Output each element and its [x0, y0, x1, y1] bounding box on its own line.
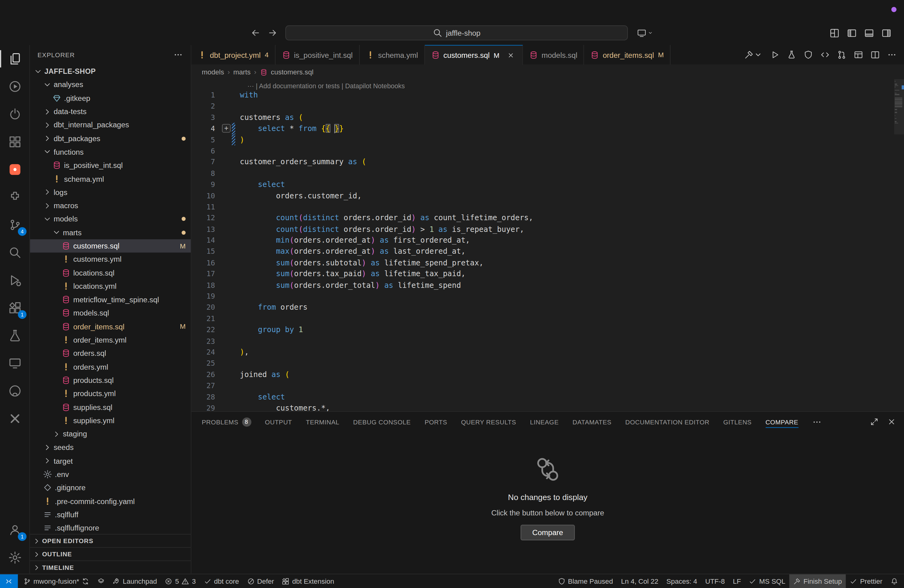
chevron-right-icon[interactable] [43, 107, 52, 116]
tree-item-locations-sql[interactable]: locations.sql [30, 266, 191, 280]
code-line-22[interactable]: 22 group by 1 [191, 324, 904, 335]
tree-item-sqlfluff[interactable]: .sqlfluff [30, 508, 191, 521]
command-center-search[interactable]: jaffle-shop [285, 25, 628, 41]
screencast-control[interactable] [637, 28, 653, 38]
activity-extensions[interactable]: 1 [0, 294, 30, 322]
maximize-panel-icon[interactable] [870, 417, 879, 426]
chevron-right-icon[interactable] [43, 201, 52, 210]
tree-item-orders-yml[interactable]: orders.yml [30, 360, 191, 374]
tree-item-functions[interactable]: functions [30, 145, 191, 159]
chevron-right-icon[interactable] [52, 429, 61, 439]
code-line-7[interactable]: 7 customer_orders_summary as ( [191, 156, 904, 168]
tree-item-order-items-yml[interactable]: order_items.yml [30, 334, 191, 347]
chevron-right-icon[interactable] [43, 456, 52, 466]
chevron-down-icon[interactable] [52, 228, 61, 237]
chevron-down-icon[interactable] [33, 67, 43, 76]
code-line-20[interactable]: 20 from orders [191, 302, 904, 313]
code-line-3[interactable]: 3 customers as ( [191, 112, 904, 123]
status-indentation[interactable]: Spaces: 4 [662, 574, 701, 588]
tree-item-supplies-sql[interactable]: supplies.sql [30, 400, 191, 414]
activity-source-control[interactable]: 4 [0, 211, 30, 239]
tree-item-locations-yml[interactable]: locations.yml [30, 280, 191, 293]
code-line-4[interactable]: 4 + select * from {{ }} [191, 123, 904, 134]
navigate-forward-icon[interactable] [268, 28, 277, 38]
activity-components[interactable] [0, 128, 30, 156]
tree-item-marts[interactable]: marts [30, 226, 191, 239]
close-icon[interactable] [506, 50, 516, 60]
status-git-branch[interactable]: mwong-fusion* [19, 574, 93, 588]
tree-item-schema-yml[interactable]: schema.yml [30, 172, 191, 185]
customize-layout-icon[interactable] [830, 28, 839, 38]
activity-settings[interactable] [0, 544, 30, 571]
tree-item-dbt-packages[interactable]: dbt_packages [30, 132, 191, 145]
activity-search[interactable] [0, 239, 30, 266]
code-line-6[interactable]: 6 [191, 145, 904, 156]
panel-tab-query-results[interactable]: QUERY RESULTS [461, 412, 516, 432]
tree-item-models[interactable]: models [30, 212, 191, 226]
code-line-14[interactable]: 14 min(orders.ordered_at) as first_order… [191, 235, 904, 246]
panel-tab-documentation-editor[interactable]: DOCUMENTATION EDITOR [626, 412, 710, 432]
code-line-11[interactable]: 11 [191, 201, 904, 212]
tree-item-jaffle-shop[interactable]: JAFFLE-SHOP [30, 65, 191, 78]
code-line-17[interactable]: 17 sum(orders.tax_paid) as lifetime_tax_… [191, 268, 904, 279]
code-line-18[interactable]: 18 sum(orders.order_total) as lifetime_s… [191, 280, 904, 291]
tree-item-pre-commit-config-yaml[interactable]: .pre-commit-config.yaml [30, 495, 191, 508]
tree-item-dbt-internal-packages[interactable]: dbt_internal_packages [30, 119, 191, 132]
breadcrumb-item-marts[interactable]: marts [233, 68, 251, 76]
chevron-right-icon[interactable] [43, 120, 52, 130]
code-line-9[interactable]: 9 select [191, 179, 904, 190]
activity-github[interactable] [0, 377, 30, 405]
tab-is-positive-int-sql[interactable]: is_positive_int.sql [275, 45, 360, 65]
code-line-15[interactable]: 15 max(orders.ordered_at) as last_ordere… [191, 246, 904, 257]
tree-item-seeds[interactable]: seeds [30, 441, 191, 454]
activity-run-sessions[interactable] [0, 73, 30, 100]
tree-item-gitignore[interactable]: .gitignore [30, 481, 191, 495]
tree-item-macros[interactable]: macros [30, 199, 191, 212]
code-line-28[interactable]: 28 select [191, 391, 904, 402]
codelens-actions[interactable]: ··· | Add documentation or tests | Datap… [247, 79, 904, 90]
code-line-10[interactable]: 10 orders.customer_id, [191, 190, 904, 201]
run-file-button[interactable] [770, 50, 779, 59]
tree-item-env[interactable]: .env [30, 468, 191, 481]
chevron-down-icon[interactable] [43, 147, 52, 156]
tab-customers-sql[interactable]: customers.sql M [425, 45, 523, 65]
chevron-right-icon[interactable] [43, 134, 52, 143]
status-language-mode[interactable]: MS SQL [745, 574, 789, 588]
dbt-build-button[interactable] [744, 50, 763, 59]
toggle-panel-icon[interactable] [864, 28, 874, 38]
run-tests-button[interactable] [787, 50, 796, 59]
activity-run-and-debug[interactable] [0, 266, 30, 294]
chevron-right-icon[interactable] [43, 443, 52, 452]
tab-models-sql[interactable]: models.sql [523, 45, 584, 65]
status-dbt-extension[interactable]: dbt Extension [278, 574, 338, 588]
status-defer[interactable]: Defer [243, 574, 278, 588]
code-line-24[interactable]: 24 ), [191, 346, 904, 358]
code-line-5[interactable]: 5 ) [191, 134, 904, 145]
activity-accounts[interactable]: 1 [0, 516, 30, 544]
status-problems[interactable]: 53 [161, 574, 200, 588]
tree-item-gitkeep[interactable]: .gitkeep [30, 91, 191, 105]
panel-tab-lineage[interactable]: LINEAGE [530, 412, 559, 432]
status-notifications[interactable] [887, 574, 902, 588]
chevron-down-icon[interactable] [43, 80, 52, 90]
add-block-button[interactable]: + [222, 124, 231, 133]
tree-item-order-items-sql[interactable]: order_items.sql M [30, 320, 191, 334]
toggle-secondary-sidebar-icon[interactable] [882, 28, 891, 38]
activity-remote-explorer[interactable] [0, 349, 30, 377]
status-prettier[interactable]: Prettier [846, 574, 887, 588]
panel-tab-datamates[interactable]: DATAMATES [572, 412, 612, 432]
section-open-editors[interactable]: OPEN EDITORS [30, 534, 191, 547]
activity-puzzle-extension[interactable] [0, 183, 30, 211]
split-editor-button[interactable] [871, 50, 880, 59]
panel-tab-terminal[interactable]: TERMINAL [306, 412, 340, 432]
tree-item-supplies-yml[interactable]: supplies.yml [30, 414, 191, 427]
tree-item-products-yml[interactable]: products.yml [30, 387, 191, 400]
tree-item-products-sql[interactable]: products.sql [30, 374, 191, 387]
panel-tab-output[interactable]: OUTPUT [265, 412, 292, 432]
tree-item-sqlfluffignore[interactable]: .sqlfluffignore [30, 521, 191, 534]
explorer-more-actions-icon[interactable] [174, 50, 183, 59]
more-actions-button[interactable] [887, 50, 897, 59]
tree-item-data-tests[interactable]: data-tests [30, 105, 191, 119]
tree-item-logs[interactable]: logs [30, 185, 191, 199]
activity-dbt-power-user[interactable] [0, 156, 30, 183]
